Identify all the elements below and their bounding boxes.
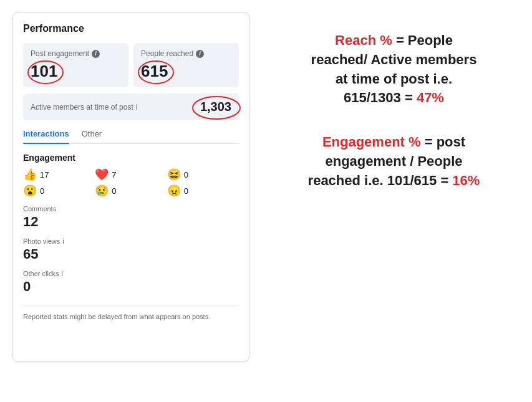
people-reached-value: 615 <box>141 62 168 81</box>
reaction-wow: 😮 0 <box>23 185 95 196</box>
photo-views-value: 65 <box>23 246 239 262</box>
comments-label: Comments <box>23 205 239 213</box>
reaction-sad: 😢 0 <box>95 185 167 196</box>
active-members-value: 1,303 <box>200 100 231 114</box>
haha-icon: 😆 <box>167 169 181 180</box>
comments-row: Comments 12 <box>23 205 239 230</box>
people-reached-box: People reached i 615 <box>133 43 239 87</box>
active-members-row: Active members at time of post i 1,303 <box>23 93 239 120</box>
engagement-explanation-text: Engagement % = postengagement / Peoplere… <box>268 133 520 190</box>
reach-explanation: Reach % = Peoplereached/ Active membersa… <box>268 31 520 108</box>
reaction-like: 👍 17 <box>23 169 95 180</box>
reaction-love: ❤️ 7 <box>95 169 167 180</box>
photo-views-row: Photo views i 65 <box>23 237 239 262</box>
people-reached-info-icon[interactable]: i <box>196 50 204 58</box>
sad-icon: 😢 <box>95 185 109 196</box>
footer-note: Reported stats might be delayed from wha… <box>23 305 239 320</box>
love-count: 7 <box>112 170 116 179</box>
tab-interactions[interactable]: Interactions <box>23 129 69 143</box>
metrics-row: Post engagement i 101 People reached i 6… <box>23 43 239 87</box>
engagement-title: Engagement <box>23 153 239 163</box>
engagement-label: Engagement % <box>322 134 421 150</box>
people-reached-label: People reached i <box>141 49 231 58</box>
panel-title: Performance <box>23 23 239 34</box>
explanations-column: Reach % = Peoplereached/ Active membersa… <box>268 12 520 191</box>
like-count: 17 <box>40 170 49 179</box>
active-members-value-wrapper: 1,303 <box>200 100 231 114</box>
love-icon: ❤️ <box>95 169 109 180</box>
main-container: Performance Post engagement i 101 People… <box>0 0 532 402</box>
angry-icon: 😠 <box>167 185 181 196</box>
other-clicks-label: Other clicks i <box>23 270 239 277</box>
reach-explanation-text: Reach % = Peoplereached/ Active membersa… <box>268 31 520 108</box>
tabs-row: Interactions Other <box>23 129 239 144</box>
engagement-percentage: 16% <box>452 173 480 188</box>
post-engagement-info-icon[interactable]: i <box>92 50 100 58</box>
other-clicks-value: 0 <box>23 279 239 295</box>
photo-views-info-icon[interactable]: i <box>62 237 64 245</box>
post-engagement-value: 101 <box>31 62 57 81</box>
reach-label: Reach % <box>335 32 392 48</box>
angry-count: 0 <box>184 186 188 196</box>
reaction-angry: 😠 0 <box>167 185 239 196</box>
like-icon: 👍 <box>23 169 37 180</box>
active-members-label: Active members at time of post i <box>31 103 137 112</box>
tab-other[interactable]: Other <box>82 129 102 143</box>
sad-count: 0 <box>112 186 116 196</box>
reaction-haha: 😆 0 <box>167 169 239 180</box>
post-engagement-label: Post engagement i <box>31 49 121 58</box>
active-members-info-icon[interactable]: i <box>136 103 138 112</box>
photo-views-label: Photo views i <box>23 237 239 245</box>
haha-count: 0 <box>184 170 188 179</box>
reach-percentage: 47% <box>417 90 444 105</box>
other-clicks-info-icon[interactable]: i <box>61 270 62 277</box>
emoji-grid: 👍 17 ❤️ 7 😆 0 😮 0 😢 0 😠 0 <box>23 169 239 196</box>
engagement-explanation: Engagement % = postengagement / Peoplere… <box>268 133 520 190</box>
comments-value: 12 <box>23 214 239 230</box>
wow-icon: 😮 <box>23 185 37 196</box>
post-engagement-box: Post engagement i 101 <box>23 43 128 87</box>
other-clicks-row: Other clicks i 0 <box>23 270 239 295</box>
performance-panel: Performance Post engagement i 101 People… <box>12 12 249 361</box>
wow-count: 0 <box>40 186 44 196</box>
